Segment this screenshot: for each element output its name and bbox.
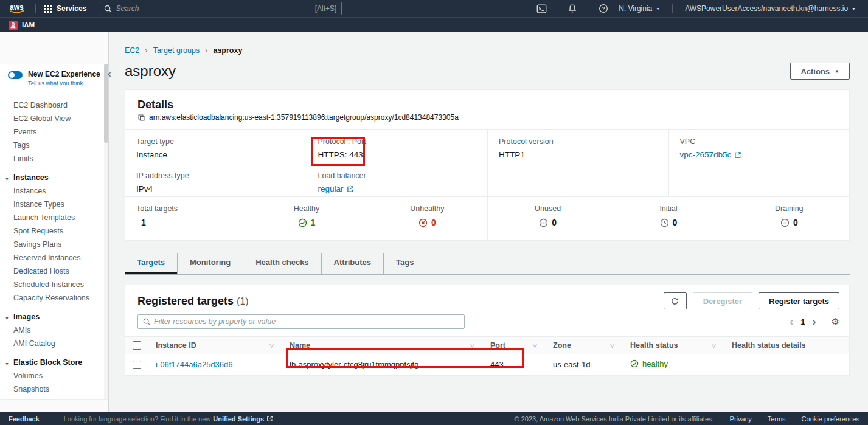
external-link-icon: [266, 415, 273, 422]
search-icon: [143, 318, 150, 325]
sidebar-item-savings-plans[interactable]: Savings Plans: [0, 238, 108, 251]
tab-tags[interactable]: Tags: [383, 253, 426, 274]
load-balancer-link[interactable]: regular: [318, 184, 354, 194]
sidebar-item-tags[interactable]: Tags: [0, 139, 108, 152]
sidebar-bottom-strip: [0, 399, 108, 412]
sidebar-section-images[interactable]: ▼Images: [0, 310, 108, 323]
row-checkbox[interactable]: [133, 361, 141, 369]
services-menu[interactable]: Services: [42, 4, 89, 13]
external-link-icon: [734, 151, 741, 159]
breadcrumb-current: asproxy: [213, 46, 242, 55]
iam-service-icon[interactable]: [9, 21, 18, 30]
iam-favorite-link[interactable]: IAM: [22, 21, 35, 29]
filter-input[interactable]: [154, 317, 459, 326]
details-column-4: VPC vpc-2657db5c: [668, 130, 850, 196]
sidebar-item-volumes[interactable]: Volumes: [0, 369, 108, 382]
refresh-button[interactable]: [664, 292, 687, 309]
tab-monitoring[interactable]: Monitoring: [177, 253, 243, 274]
details-column-3: Protocol version HTTP1: [487, 130, 668, 196]
column-header-zone[interactable]: Zone: [553, 341, 571, 350]
target-type-value: Instance: [136, 150, 296, 160]
previous-page-icon[interactable]: ‹: [790, 317, 793, 327]
details-title: Details: [137, 98, 837, 111]
field-label: Protocol version: [499, 137, 658, 146]
external-link-icon: [347, 185, 354, 193]
breadcrumb-target-groups[interactable]: Target groups: [153, 46, 200, 55]
pager-divider: [824, 316, 824, 327]
vpc-link[interactable]: vpc-2657db5c: [680, 150, 742, 160]
tab-health-checks[interactable]: Health checks: [243, 253, 321, 274]
filter-box[interactable]: [137, 314, 465, 329]
breadcrumb-separator-icon: ›: [205, 46, 207, 55]
sidebar-item-instances[interactable]: Instances: [0, 184, 108, 198]
sidebar-item-instance-types[interactable]: Instance Types: [0, 198, 108, 211]
stat-total-targets: Total targets 1: [125, 197, 246, 240]
sidebar-item-ec2-dashboard[interactable]: EC2 Dashboard: [0, 98, 108, 112]
chevron-down-icon: ▼: [5, 175, 9, 184]
sort-icon[interactable]: ▽: [269, 342, 275, 348]
pagination: ‹ 1 › ⚙: [790, 316, 839, 327]
account-menu[interactable]: AWSPowerUserAccess/navaneeth.kn@harness.…: [679, 4, 862, 13]
breadcrumb-ec2[interactable]: EC2: [125, 46, 139, 55]
sidebar-item-dedicated-hosts[interactable]: Dedicated Hosts: [0, 264, 108, 278]
sidebar-item-capacity-reservations[interactable]: Capacity Reservations: [0, 291, 108, 305]
protocol-port-value: HTTPS: 443: [318, 150, 477, 160]
column-header-instance-id[interactable]: Instance ID: [156, 341, 196, 350]
new-experience-toggle[interactable]: [8, 71, 23, 79]
notifications-bell-icon[interactable]: [563, 2, 582, 15]
sidebar-section-elastic-block-store[interactable]: ▼Elastic Block Store: [0, 356, 108, 369]
column-header-health-status[interactable]: Health status: [630, 341, 678, 350]
sidebar-item-ami-catalog[interactable]: AMI Catalog: [0, 337, 108, 350]
sidebar-item-events[interactable]: Events: [0, 125, 108, 139]
sort-icon[interactable]: ▽: [610, 342, 616, 348]
details-column-2: Protocol : Port HTTPS: 443 Load balancer…: [307, 130, 488, 196]
details-column-1: Target type Instance IP address type IPv…: [125, 130, 307, 196]
next-page-icon[interactable]: ›: [813, 317, 816, 327]
sidebar-item-launch-templates[interactable]: Launch Templates: [0, 211, 108, 224]
region-selector[interactable]: N. Virginia ▼: [613, 4, 666, 13]
feedback-link[interactable]: Feedback: [9, 415, 40, 423]
tab-attributes[interactable]: Attributes: [321, 253, 383, 274]
chevron-down-icon: ▼: [656, 7, 660, 11]
page-number[interactable]: 1: [800, 317, 805, 327]
terms-link[interactable]: Terms: [768, 415, 786, 423]
sidebar-section-instances[interactable]: ▼Instances: [0, 171, 108, 184]
tab-targets[interactable]: Targets: [125, 253, 177, 274]
column-header-name[interactable]: Name: [290, 341, 310, 350]
cloudshell-icon[interactable]: [532, 2, 550, 15]
search-bar[interactable]: [Alt+S]: [99, 2, 342, 15]
sort-icon[interactable]: ▽: [712, 342, 717, 348]
main-content: EC2 › Target groups › asproxy asproxy Ac…: [109, 32, 868, 412]
table-settings-gear-icon[interactable]: ⚙: [832, 316, 839, 327]
health-status-badge: healthy: [630, 359, 668, 368]
cookie-preferences-link[interactable]: Cookie preferences: [802, 415, 859, 423]
sidebar-item-limits[interactable]: Limits: [0, 152, 108, 165]
search-input[interactable]: [116, 4, 311, 13]
help-icon[interactable]: ?: [594, 2, 613, 15]
sort-icon[interactable]: ▽: [533, 342, 538, 348]
check-circle-icon: [630, 359, 639, 368]
stat-unused: Unused 0: [487, 197, 608, 240]
sidebar-item-spot-requests[interactable]: Spot Requests: [0, 224, 108, 238]
sidebar-item-scheduled-instances[interactable]: Scheduled Instances: [0, 278, 108, 291]
unified-settings-link[interactable]: Unified Settings: [213, 415, 264, 423]
sidebar-item-ec2-global-view[interactable]: EC2 Global View: [0, 112, 108, 125]
deregister-button[interactable]: Deregister: [693, 292, 752, 309]
aws-logo[interactable]: aws: [9, 2, 29, 15]
register-targets-button[interactable]: Register targets: [759, 292, 839, 309]
tell-us-link[interactable]: Tell us what you think: [28, 80, 100, 86]
privacy-link[interactable]: Privacy: [730, 415, 752, 423]
select-all-checkbox[interactable]: [133, 341, 141, 350]
new-experience-title: New EC2 Experience: [28, 70, 100, 78]
copy-icon[interactable]: [137, 114, 145, 122]
copyright-text: © 2023, Amazon Web Services India Privat…: [515, 415, 714, 423]
sidebar-item-snapshots[interactable]: Snapshots: [0, 382, 108, 396]
sort-icon[interactable]: ▽: [470, 342, 476, 348]
sidebar-scrollbar[interactable]: [104, 64, 108, 399]
sidebar-item-amis[interactable]: AMIs: [0, 323, 108, 337]
actions-button[interactable]: Actions ▼: [790, 63, 850, 80]
column-header-port[interactable]: Port: [490, 341, 505, 350]
sidebar-item-reserved-instances[interactable]: Reserved Instances: [0, 251, 108, 264]
field-label: IP address type: [136, 171, 296, 180]
instance-id-link[interactable]: i-06f1744a6a25d36d6: [156, 360, 233, 369]
